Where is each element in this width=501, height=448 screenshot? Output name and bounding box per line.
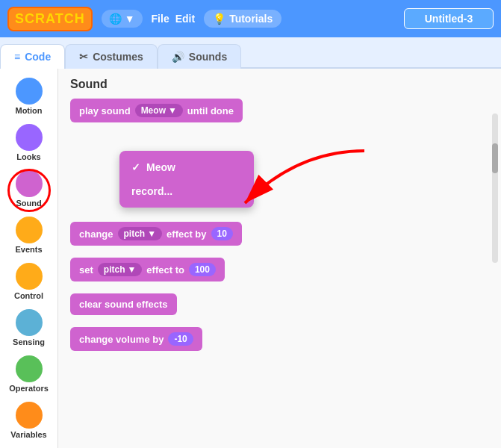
sound-dot bbox=[16, 170, 43, 197]
section-title: Sound bbox=[70, 78, 489, 91]
variables-label: Variables bbox=[10, 430, 46, 439]
pitch-dropdown-1[interactable]: pitch ▼ bbox=[118, 227, 163, 240]
events-label: Events bbox=[15, 245, 42, 254]
header: SCRATCH 🌐 ▼ File Edit 💡 Tutorials Untitl… bbox=[0, 0, 501, 37]
scrollbar-track[interactable] bbox=[492, 113, 498, 263]
change-pitch-block[interactable]: change pitch ▼ effect by 10 bbox=[70, 222, 242, 246]
operators-label: Operators bbox=[9, 384, 49, 393]
sidebar-item-control[interactable]: Control bbox=[0, 260, 57, 303]
costumes-icon: ✂ bbox=[79, 51, 88, 63]
scrollbar-thumb[interactable] bbox=[492, 143, 498, 173]
looks-label: Looks bbox=[16, 152, 40, 161]
set-pitch-block[interactable]: set pitch ▼ effect to 100 bbox=[70, 258, 225, 281]
language-button[interactable]: 🌐 ▼ bbox=[102, 10, 143, 28]
tab-costumes-label: Costumes bbox=[93, 51, 143, 63]
dropdown-item-meow[interactable]: Meow bbox=[119, 155, 254, 179]
file-menu[interactable]: File bbox=[152, 13, 169, 25]
clear-sound-text: clear sound effects bbox=[79, 299, 168, 310]
lightbulb-icon: 💡 bbox=[213, 13, 225, 25]
globe-icon: 🌐 bbox=[109, 13, 122, 25]
variables-dot bbox=[16, 402, 43, 429]
project-title[interactable]: Untitled-3 bbox=[404, 8, 494, 29]
sensing-dot bbox=[16, 309, 43, 336]
looks-dot bbox=[16, 124, 43, 151]
sounds-icon: 🔊 bbox=[172, 51, 184, 63]
content-area: Sound play sound Meow ▼ until done Meow … bbox=[58, 69, 501, 448]
sidebar: Motion Looks Sound Events Control Sensin… bbox=[0, 69, 58, 448]
tab-sounds[interactable]: 🔊 Sounds bbox=[158, 44, 241, 69]
tutorials-label: Tutorials bbox=[229, 13, 273, 25]
meow-label: Meow bbox=[141, 105, 166, 116]
tab-costumes[interactable]: ✂ Costumes bbox=[65, 44, 158, 69]
sidebar-item-looks[interactable]: Looks bbox=[0, 121, 57, 164]
events-dot bbox=[16, 217, 43, 243]
effect-to-text: effect to bbox=[146, 264, 184, 276]
play-sound-text: play sound bbox=[79, 105, 131, 116]
control-label: Control bbox=[14, 291, 43, 300]
tutorials-button[interactable]: 💡 Tutorials bbox=[204, 10, 281, 28]
dropdown-arrow: ▼ bbox=[168, 105, 177, 116]
play-sound-block[interactable]: play sound Meow ▼ until done bbox=[70, 99, 243, 122]
pitch-label-2: pitch bbox=[104, 264, 125, 275]
until-done-text: until done bbox=[187, 105, 234, 116]
meow-dropdown[interactable]: Meow ▼ bbox=[135, 104, 183, 117]
sidebar-item-myblocks[interactable]: My Blocks bbox=[0, 445, 57, 448]
nav-menu: File Edit bbox=[152, 13, 196, 25]
sound-dropdown-popup: Meow record... bbox=[119, 151, 254, 208]
effect-value-1[interactable]: 10 bbox=[211, 227, 233, 240]
pitch-label-1: pitch bbox=[124, 228, 146, 239]
operators-dot bbox=[16, 355, 43, 382]
meow-option-label: Meow bbox=[146, 161, 175, 173]
main-area: Motion Looks Sound Events Control Sensin… bbox=[0, 69, 501, 448]
tab-code-label: Code bbox=[25, 51, 51, 63]
set-text: set bbox=[79, 264, 93, 276]
sidebar-item-motion[interactable]: Motion bbox=[0, 75, 57, 118]
tabs-row: ≡ Code ✂ Costumes 🔊 Sounds bbox=[0, 37, 501, 69]
sound-label: Sound bbox=[16, 199, 41, 208]
pitch-dropdown-2[interactable]: pitch ▼ bbox=[98, 263, 143, 276]
sensing-label: Sensing bbox=[13, 337, 45, 346]
scratch-logo: SCRATCH bbox=[7, 7, 93, 31]
code-icon: ≡ bbox=[14, 51, 20, 63]
dropdown-arrow-2: ▼ bbox=[127, 264, 136, 275]
clear-sound-effects-block[interactable]: clear sound effects bbox=[70, 293, 177, 315]
sidebar-item-sensing[interactable]: Sensing bbox=[0, 306, 57, 349]
edit-menu[interactable]: Edit bbox=[175, 13, 195, 25]
dropdown-arrow-1: ▼ bbox=[147, 228, 156, 239]
control-dot bbox=[16, 263, 43, 290]
change-volume-text: change volume by bbox=[79, 334, 164, 345]
effect-value-2[interactable]: 100 bbox=[189, 263, 216, 276]
tab-code[interactable]: ≡ Code bbox=[0, 44, 65, 69]
tab-sounds-label: Sounds bbox=[189, 51, 227, 63]
sidebar-item-events[interactable]: Events bbox=[0, 214, 57, 257]
record-option-label: record... bbox=[131, 185, 172, 197]
sidebar-item-operators[interactable]: Operators bbox=[0, 352, 57, 396]
motion-dot bbox=[16, 78, 43, 105]
globe-arrow: ▼ bbox=[125, 13, 135, 25]
volume-value[interactable]: -10 bbox=[168, 332, 193, 346]
motion-label: Motion bbox=[15, 106, 42, 115]
sidebar-item-variables[interactable]: Variables bbox=[0, 399, 57, 442]
sidebar-item-sound[interactable]: Sound bbox=[0, 167, 57, 211]
change-text: change bbox=[79, 228, 113, 240]
change-volume-block[interactable]: change volume by -10 bbox=[70, 327, 202, 351]
effect-by-text: effect by bbox=[167, 228, 206, 240]
dropdown-item-record[interactable]: record... bbox=[119, 179, 254, 203]
